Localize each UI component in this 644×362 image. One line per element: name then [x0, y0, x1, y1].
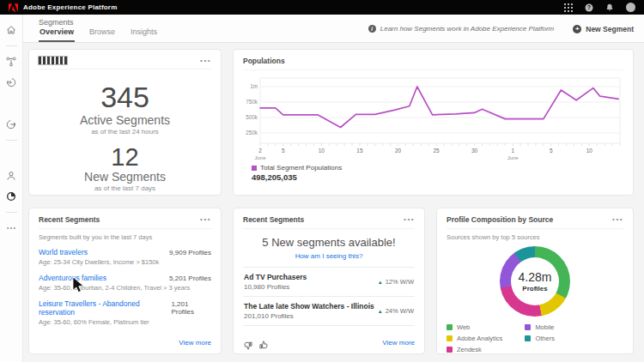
- adobe-logo-icon: [9, 3, 18, 12]
- segment-list-item: World travelers9,909 ProfilesAge: 25-34 …: [39, 248, 211, 266]
- tab-browse[interactable]: Browse: [88, 24, 116, 42]
- new-segments-stat: 12 New Segments as of the last 7 days: [39, 144, 211, 192]
- segment-name-link[interactable]: Adventurous families: [39, 274, 106, 282]
- svg-text:15: 15: [356, 148, 363, 154]
- legend-label: Zendesk: [457, 346, 482, 353]
- donut-center-value: 4.28m: [519, 270, 552, 284]
- segment-profile-count: 5,201 Profiles: [169, 275, 211, 282]
- chart-legend: Total Segment Populations 498,205,035: [243, 164, 623, 182]
- segment-name-link[interactable]: Leisure Travellers - Abandoned reservati…: [39, 299, 171, 317]
- recent-segments-card: Recent Segments ••• Segments built by yo…: [28, 208, 222, 354]
- sidebar-item-sources[interactable]: [3, 75, 19, 90]
- segment-name: The Late late Show Watchers - Illinois: [244, 302, 374, 311]
- how-am-i-seeing-this-link[interactable]: How am I seeing this?: [243, 252, 415, 260]
- card-menu-button[interactable]: •••: [200, 218, 211, 221]
- trend-up-icon: ▲: [378, 309, 383, 314]
- new-segments-available-card: Recent Segments ••• 5 New segments avail…: [233, 208, 425, 354]
- svg-text:500k: 500k: [246, 114, 258, 120]
- new-segment-row: The Late late Show Watchers - Illinois20…: [243, 296, 415, 326]
- legend-item-zendesk: Zendesk: [447, 346, 502, 353]
- segment-name: Ad TV Purchasers: [244, 273, 307, 281]
- thumbs-up-icon[interactable]: [259, 338, 269, 347]
- legend-item-mobile: Mobile: [525, 323, 555, 331]
- svg-text:June: June: [507, 155, 519, 160]
- sidebar-divider: [6, 212, 17, 213]
- card-menu-button[interactable]: •••: [200, 59, 211, 63]
- sidebar-item-segments[interactable]: [3, 189, 19, 204]
- legend-item-others: Others: [525, 335, 555, 342]
- sidebar: [0, 15, 23, 362]
- svg-text:June: June: [254, 155, 266, 160]
- tab-insights[interactable]: Insights: [130, 24, 158, 42]
- weekly-change: ▲12% W/W: [378, 278, 414, 286]
- info-icon: i: [368, 25, 376, 33]
- sidebar-item-workflows[interactable]: [3, 54, 19, 69]
- legend-label: Mobile: [535, 323, 554, 331]
- sidebar-item-profiles[interactable]: [3, 168, 19, 184]
- app-title: Adobe Experience Platform: [23, 3, 117, 11]
- card-title-redacted: xxxxxx: [39, 57, 67, 64]
- segment-profile-count: 1,201 Profiles: [171, 300, 211, 316]
- legend-label: Total Segment Populations: [260, 164, 342, 172]
- main-content: xxxxxx ••• 345 Active Segments as of the…: [23, 43, 644, 362]
- segment-name-link[interactable]: World travelers: [39, 248, 88, 256]
- new-segment-button[interactable]: + New Segment: [573, 25, 634, 33]
- apps-grid-icon[interactable]: [564, 3, 573, 12]
- card-menu-button[interactable]: •••: [404, 218, 415, 221]
- legend-item-adobe-analytics: Adobe Analytics: [447, 335, 502, 342]
- segment-list: World travelers9,909 ProfilesAge: 25-34 …: [39, 248, 211, 326]
- page-header: Segments OverviewBrowseInsights i Learn …: [23, 15, 644, 43]
- user-avatar[interactable]: [626, 3, 635, 12]
- trend-up-icon: ▲: [378, 280, 383, 285]
- view-more-link[interactable]: View more: [382, 339, 415, 347]
- plus-icon: +: [573, 25, 581, 33]
- profile-composition-donut-chart: 4.28m Profiles: [500, 246, 570, 317]
- active-segments-card: xxxxxx ••• 345 Active Segments as of the…: [28, 49, 222, 196]
- sidebar-item-more[interactable]: [3, 220, 19, 236]
- sidebar-item-home[interactable]: [3, 22, 19, 38]
- total-population-value: 498,205,035: [252, 172, 623, 182]
- svg-text:30: 30: [471, 148, 478, 154]
- new-segment-list: Ad TV Purchasers10,980 Profiles▲12% W/WT…: [243, 267, 415, 326]
- legend-label: Adobe Analytics: [457, 335, 502, 342]
- legend-swatch: [252, 166, 257, 171]
- profile-composition-card: Profile Composition by Source ••• Source…: [436, 208, 634, 354]
- thumbs-down-icon[interactable]: [243, 338, 252, 347]
- view-more-link[interactable]: View more: [179, 339, 211, 347]
- svg-text:5: 5: [550, 148, 553, 154]
- segment-description: Age: 35-60, 60% Female, Platinum tier: [39, 318, 211, 326]
- change-value: 24% W/W: [386, 307, 414, 315]
- card-title: Recent Segments: [243, 215, 304, 224]
- svg-text:25: 25: [433, 148, 440, 154]
- notifications-bell-icon[interactable]: [605, 3, 614, 12]
- populations-card: Populations 250k500k750k1m2June510152025…: [233, 49, 634, 196]
- legend-label: Others: [535, 335, 555, 342]
- segment-list-item: Leisure Travellers - Abandoned reservati…: [39, 299, 211, 326]
- donut-center-label: Profiles: [522, 285, 547, 293]
- svg-text:2: 2: [258, 148, 262, 154]
- segment-profile-count: 9,909 Profiles: [169, 249, 211, 256]
- tab-overview[interactable]: Overview: [39, 24, 75, 42]
- active-segments-stat: 345 Active Segments as of the last 24 ho…: [39, 82, 211, 136]
- legend-swatch: [447, 347, 453, 353]
- legend-label: Web: [457, 323, 470, 331]
- learn-link[interactable]: i Learn how Segments work in Adobe Exper…: [368, 25, 554, 33]
- sidebar-divider: [6, 45, 17, 46]
- svg-text:?: ?: [587, 4, 591, 10]
- populations-line-chart: 250k500k750k1m2June510152025301June510: [243, 75, 623, 162]
- legend-swatch: [447, 324, 453, 330]
- card-menu-button[interactable]: •••: [612, 218, 623, 221]
- card-title: Recent Segments: [39, 215, 100, 224]
- legend-swatch: [525, 324, 531, 330]
- tab-bar: OverviewBrowseInsights: [39, 24, 158, 42]
- segment-profile-count: 201,010 Profiles: [244, 312, 374, 320]
- svg-text:750k: 750k: [246, 99, 258, 105]
- help-icon[interactable]: ?: [585, 3, 593, 12]
- new-segment-row: Ad TV Purchasers10,980 Profiles▲12% W/W: [243, 267, 415, 296]
- svg-text:250k: 250k: [246, 130, 258, 136]
- card-title: Profile Composition by Source: [447, 215, 553, 224]
- svg-text:10: 10: [319, 148, 325, 154]
- headline: 5 New segments available!: [243, 236, 415, 249]
- svg-text:1m: 1m: [250, 83, 258, 89]
- sidebar-item-destinations[interactable]: [3, 117, 19, 132]
